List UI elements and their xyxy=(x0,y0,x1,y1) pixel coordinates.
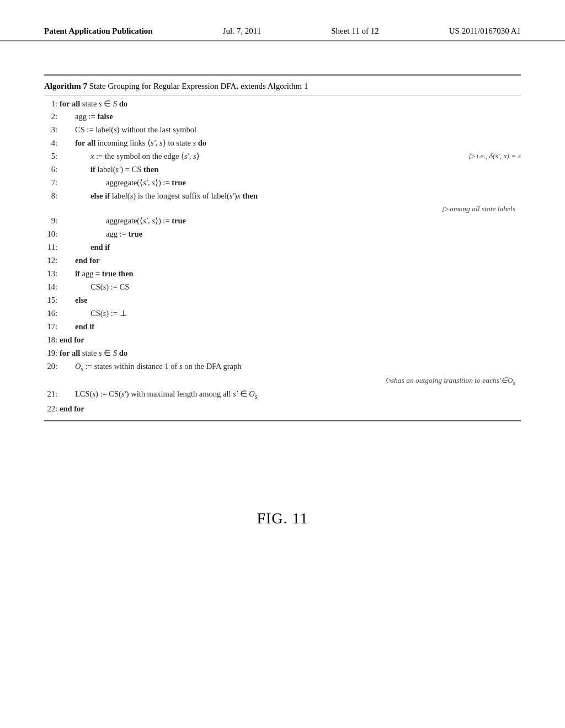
algorithm-line: 5:x := the symbol on the edge ⟨s′, s⟩▷ i… xyxy=(44,150,521,163)
line-number: 13: xyxy=(44,267,60,281)
line-number: 10: xyxy=(44,228,60,241)
line-number: 12: xyxy=(44,254,60,267)
publication-label: Patent Application Publication xyxy=(44,26,153,36)
algorithm-line: 21:LCS(s) := CS(s′) with maximal length … xyxy=(44,388,521,403)
algorithm-line: 19:for all state s ∈ S do xyxy=(44,347,521,360)
line-content: if agg = true then xyxy=(60,267,521,281)
line-content: else if label(s) is the longest suffix o… xyxy=(60,190,521,203)
line-number: 1: xyxy=(44,98,60,111)
line-number: 8: xyxy=(44,190,60,203)
line-number: 21: xyxy=(44,388,60,401)
line-content: for all incoming links ⟨s′, s⟩ to state … xyxy=(60,137,521,150)
algorithm-line: 12:end for xyxy=(44,254,521,267)
algorithm-line: 17:end if xyxy=(44,320,521,334)
line-number: 17: xyxy=(44,320,60,334)
line-number: 5: xyxy=(44,150,60,163)
algorithm-line: 6:if label(s′) = CS then xyxy=(44,163,521,176)
line-content: CS(s) := ⊥ xyxy=(60,307,521,320)
algorithm-title-bold: Algorithm 7 xyxy=(44,82,87,90)
algorithm-line: 2:agg := false xyxy=(44,110,521,124)
line-content: end for xyxy=(60,334,521,347)
algorithm-line: 14:CS(s) := CS xyxy=(44,281,521,294)
algorithm-line: 1:for all state s ∈ S do xyxy=(44,98,521,111)
line-number: 6: xyxy=(44,163,60,176)
figure-area: FIG. 11 xyxy=(0,510,565,527)
line-content: x := the symbol on the edge ⟨s′, s⟩▷ i.e… xyxy=(60,150,521,163)
page: Patent Application Publication Jul. 7, 2… xyxy=(0,0,565,728)
line-content: CS := label(s) without the last symbol xyxy=(60,124,521,137)
algorithm-lines: 1:for all state s ∈ S do2:agg := false3:… xyxy=(44,97,521,416)
line-number: 2: xyxy=(44,110,60,124)
line-number: 16: xyxy=(44,307,60,320)
line-content: agg := false xyxy=(60,110,521,124)
algorithm-comment-line: ▷ s has an outgoing transition to each s… xyxy=(44,374,521,388)
sheet-label: Sheet 11 of 12 xyxy=(331,26,379,36)
algorithm-line: 20:Os := states within distance 1 of s o… xyxy=(44,360,521,375)
line-content: aggregate(⟨s′, s⟩) := true xyxy=(60,215,521,228)
line-number: 15: xyxy=(44,294,60,307)
line-number: 4: xyxy=(44,137,60,150)
line-content: LCS(s) := CS(s′) with maximal length amo… xyxy=(60,388,521,403)
line-content: if label(s′) = CS then xyxy=(60,163,521,176)
algorithm-line: 10:agg := true xyxy=(44,228,521,241)
page-header: Patent Application Publication Jul. 7, 2… xyxy=(0,0,565,41)
line-number: 3: xyxy=(44,124,60,137)
algorithm-line: 22:end for xyxy=(44,403,521,416)
algorithm-line: 9:aggregate(⟨s′, s⟩) := true xyxy=(44,215,521,228)
algorithm-line: 8:else if label(s) is the longest suffix… xyxy=(44,190,521,203)
line-number: 22: xyxy=(44,403,60,416)
line-number: 9: xyxy=(44,215,60,228)
patent-number: US 2011/0167030 A1 xyxy=(449,26,521,36)
line-number: 19: xyxy=(44,347,60,360)
algorithm-line: 15:else xyxy=(44,294,521,307)
algorithm-box: Algorithm 7 State Grouping for Regular E… xyxy=(44,74,521,421)
figure-label: FIG. 11 xyxy=(257,510,308,527)
line-content: aggregate(⟨s′, s⟩) := true xyxy=(60,176,521,190)
algorithm-line: 11:end if xyxy=(44,241,521,254)
algorithm-line: 16:CS(s) := ⊥ xyxy=(44,307,521,320)
line-content: CS(s) := CS xyxy=(60,281,521,294)
line-content: end if xyxy=(60,320,521,334)
algorithm-line: 18:end for xyxy=(44,334,521,347)
date-label: Jul. 7, 2011 xyxy=(223,26,261,36)
algorithm-title: Algorithm 7 State Grouping for Regular E… xyxy=(44,80,521,95)
line-content: for all state s ∈ S do xyxy=(60,98,521,111)
line-content: for all state s ∈ S do xyxy=(60,347,521,360)
line-number: 7: xyxy=(44,176,60,190)
line-content: end for xyxy=(60,403,521,416)
line-comment: ▷ i.e., δ(s′, x) = s xyxy=(469,150,521,162)
algorithm-title-rest: State Grouping for Regular Expression DF… xyxy=(87,82,308,90)
algorithm-line: 4:for all incoming links ⟨s′, s⟩ to stat… xyxy=(44,137,521,150)
line-content: else xyxy=(60,294,521,307)
line-content: agg := true xyxy=(60,228,521,241)
algorithm-line: 7:aggregate(⟨s′, s⟩) := true xyxy=(44,176,521,190)
line-content: end for xyxy=(60,254,521,267)
line-number: 11: xyxy=(44,241,60,254)
algorithm-line: 13:if agg = true then xyxy=(44,267,521,281)
content-area: Algorithm 7 State Grouping for Regular E… xyxy=(0,41,565,460)
line-number: 18: xyxy=(44,334,60,347)
line-number: 14: xyxy=(44,281,60,294)
algorithm-line: 3:CS := label(s) without the last symbol xyxy=(44,124,521,137)
line-number: 20: xyxy=(44,360,60,373)
line-content: end if xyxy=(60,241,521,254)
algorithm-comment-line: ▷ among all state labels xyxy=(44,203,521,215)
line-content: Os := states within distance 1 of s on t… xyxy=(60,360,521,375)
